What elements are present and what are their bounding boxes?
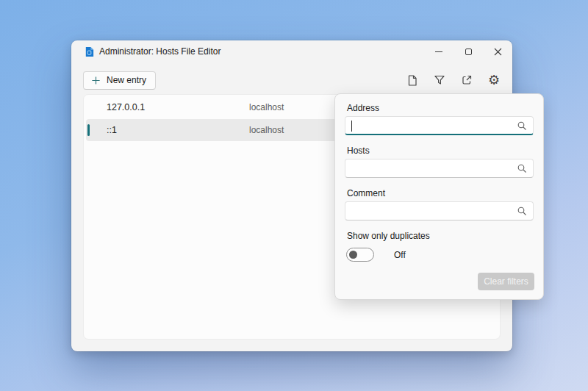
hosts-filter-box <box>345 159 534 178</box>
titlebar: Administrator: Hosts File Editor <box>71 40 512 62</box>
search-icon <box>517 121 527 131</box>
host-address: ::1 <box>107 125 117 135</box>
maximize-icon <box>465 49 472 55</box>
host-address: 127.0.0.1 <box>107 102 145 112</box>
duplicates-toggle[interactable] <box>346 248 374 262</box>
settings-button[interactable]: ⚙ <box>487 73 501 87</box>
comment-filter-label: Comment <box>347 188 531 198</box>
clear-filters-button[interactable]: Clear filters <box>478 273 534 290</box>
search-icon <box>517 163 527 173</box>
duplicates-toggle-row: Off <box>346 248 532 262</box>
hosts-filter-label: Hosts <box>347 146 531 156</box>
host-names: localhost <box>249 125 284 135</box>
maximize-button[interactable] <box>453 40 483 62</box>
search-icon <box>517 206 527 216</box>
filter-button[interactable] <box>433 73 446 87</box>
open-external-button[interactable] <box>460 73 473 87</box>
comment-filter-input[interactable] <box>345 206 533 216</box>
comment-filter-box <box>345 201 534 220</box>
window-title: Administrator: Hosts File Editor <box>99 46 220 57</box>
window-controls <box>424 40 512 62</box>
file-icon <box>406 74 418 87</box>
toolbar: New entry ⚙ <box>83 71 501 90</box>
host-names: localhost <box>249 102 284 112</box>
toggle-knob-icon <box>349 251 357 259</box>
toolbar-icons: ⚙ <box>406 73 501 87</box>
toggle-state-label: Off <box>394 250 406 260</box>
address-filter-box <box>345 116 534 135</box>
settings-gear-icon: ⚙ <box>488 73 500 87</box>
new-entry-label: New entry <box>107 75 146 85</box>
close-button[interactable] <box>483 40 512 62</box>
app-logo-icon <box>84 46 95 57</box>
hosts-filter-input[interactable] <box>345 163 533 173</box>
minimize-icon <box>435 51 442 52</box>
plus-icon <box>91 76 101 85</box>
address-filter-input[interactable] <box>345 121 533 131</box>
filter-icon <box>434 74 445 86</box>
close-icon <box>494 48 502 56</box>
address-filter-label: Address <box>347 103 531 113</box>
text-caret <box>351 121 352 132</box>
file-button[interactable] <box>406 73 419 87</box>
new-entry-button[interactable]: New entry <box>83 71 156 90</box>
open-external-icon <box>461 74 473 86</box>
filter-flyout: Address Hosts Comment Show only duplicat… <box>334 93 544 300</box>
duplicates-label: Show only duplicates <box>347 231 531 241</box>
minimize-button[interactable] <box>424 40 453 62</box>
